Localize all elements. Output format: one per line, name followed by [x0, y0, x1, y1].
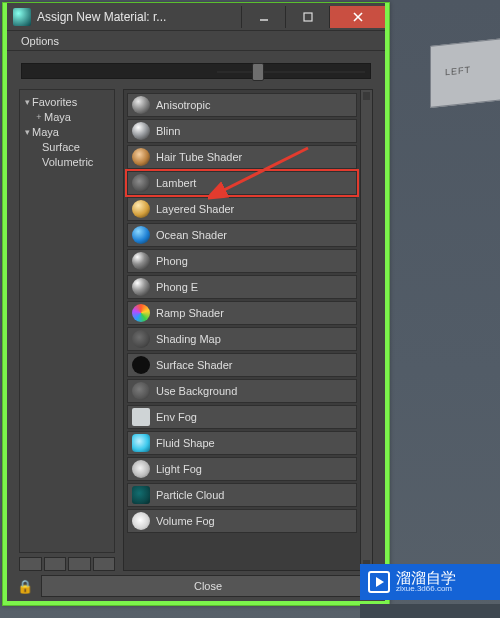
tree-maya[interactable]: ▾ Maya	[22, 124, 112, 139]
material-label: Env Fog	[156, 411, 197, 423]
material-label: Use Background	[156, 385, 237, 397]
material-item-ramp-shader[interactable]: Ramp Shader	[127, 301, 357, 325]
maximize-button[interactable]	[285, 6, 329, 28]
light-fog-icon	[132, 460, 150, 478]
material-item-light-fog[interactable]: Light Fog	[127, 457, 357, 481]
play-icon	[368, 571, 390, 593]
layered-shader-icon	[132, 200, 150, 218]
material-label: Ramp Shader	[156, 307, 224, 319]
material-label: Volume Fog	[156, 515, 215, 527]
filter-slider[interactable]	[21, 63, 371, 79]
lambert-icon	[132, 174, 150, 192]
collapse-icon[interactable]: ▾	[22, 127, 32, 137]
material-label: Lambert	[156, 177, 196, 189]
fluid-shape-icon	[132, 434, 150, 452]
tree-favorites[interactable]: ▾ Favorites	[22, 94, 112, 109]
viewport-box	[430, 38, 500, 108]
menubar: Options	[7, 30, 385, 51]
material-list: AnisotropicBlinnHair Tube ShaderLambertL…	[123, 89, 373, 571]
material-item-fluid-shape[interactable]: Fluid Shape	[127, 431, 357, 455]
bullet-icon: +	[34, 112, 44, 122]
material-item-shading-map[interactable]: Shading Map	[127, 327, 357, 351]
anisotropic-icon	[132, 96, 150, 114]
window-close-button[interactable]	[329, 6, 385, 28]
material-item-volume-fog[interactable]: Volume Fog	[127, 509, 357, 533]
material-label: Anisotropic	[156, 99, 210, 111]
filter-slider-row	[7, 51, 385, 89]
titlebar[interactable]: Assign New Material: r...	[7, 3, 385, 30]
svg-rect-1	[304, 13, 312, 21]
surface-shader-icon	[132, 356, 150, 374]
material-label: Blinn	[156, 125, 180, 137]
env-fog-icon	[132, 408, 150, 426]
tree-nav-last[interactable]	[93, 557, 116, 571]
material-item-anisotropic[interactable]: Anisotropic	[127, 93, 357, 117]
material-label: Fluid Shape	[156, 437, 215, 449]
material-label: Particle Cloud	[156, 489, 224, 501]
tree-surface[interactable]: Surface	[22, 139, 112, 154]
material-item-surface-shader[interactable]: Surface Shader	[127, 353, 357, 377]
shading-map-icon	[132, 330, 150, 348]
app-icon	[13, 8, 31, 26]
material-label: Hair Tube Shader	[156, 151, 242, 163]
slider-knob[interactable]	[252, 63, 264, 81]
particle-cloud-icon	[132, 486, 150, 504]
tree-footer	[19, 557, 115, 571]
minimize-button[interactable]	[241, 6, 285, 28]
material-item-lambert[interactable]: Lambert	[127, 171, 357, 195]
material-label: Shading Map	[156, 333, 221, 345]
watermark: 溜溜自学 zixue.3d66.com	[360, 564, 500, 600]
tree-nav-next[interactable]	[68, 557, 91, 571]
slider-rail	[217, 71, 365, 73]
material-label: Phong E	[156, 281, 198, 293]
material-item-hair-tube-shader[interactable]: Hair Tube Shader	[127, 145, 357, 169]
collapse-icon[interactable]: ▾	[22, 97, 32, 107]
hair-tube-shader-icon	[132, 148, 150, 166]
blinn-icon	[132, 122, 150, 140]
window-title: Assign New Material: r...	[37, 10, 241, 24]
material-label: Layered Shader	[156, 203, 234, 215]
material-item-particle-cloud[interactable]: Particle Cloud	[127, 483, 357, 507]
material-scrollbar[interactable]	[360, 90, 372, 570]
lock-icon[interactable]: 🔒	[17, 578, 33, 594]
material-label: Light Fog	[156, 463, 202, 475]
tree-nav-prev[interactable]	[44, 557, 67, 571]
tree-volumetric[interactable]: Volumetric	[22, 154, 112, 169]
material-item-use-background[interactable]: Use Background	[127, 379, 357, 403]
assign-material-dialog: Assign New Material: r... Options	[2, 2, 390, 606]
category-tree[interactable]: ▾ Favorites + Maya ▾ Maya Surface	[19, 89, 115, 553]
material-item-env-fog[interactable]: Env Fog	[127, 405, 357, 429]
ramp-shader-icon	[132, 304, 150, 322]
material-item-phong[interactable]: Phong	[127, 249, 357, 273]
dialog-footer: 🔒 Close	[7, 571, 385, 601]
use-background-icon	[132, 382, 150, 400]
material-item-phong-e[interactable]: Phong E	[127, 275, 357, 299]
volume-fog-icon	[132, 512, 150, 530]
phong-e-icon	[132, 278, 150, 296]
material-label: Phong	[156, 255, 188, 267]
tree-nav-first[interactable]	[19, 557, 42, 571]
tree-favorites-maya[interactable]: + Maya	[22, 109, 112, 124]
ocean-shader-icon	[132, 226, 150, 244]
material-label: Surface Shader	[156, 359, 232, 371]
source-footer	[360, 604, 500, 618]
material-item-layered-shader[interactable]: Layered Shader	[127, 197, 357, 221]
material-item-blinn[interactable]: Blinn	[127, 119, 357, 143]
close-button[interactable]: Close	[41, 575, 375, 597]
menu-options[interactable]: Options	[15, 33, 65, 49]
material-item-ocean-shader[interactable]: Ocean Shader	[127, 223, 357, 247]
material-label: Ocean Shader	[156, 229, 227, 241]
phong-icon	[132, 252, 150, 270]
